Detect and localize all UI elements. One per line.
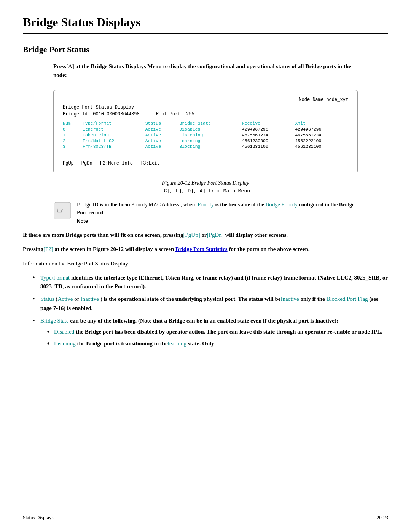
table-row: 3Frm/8023/TBActiveBlocking45612311004561… <box>63 144 348 149</box>
para1-prefix: If there are more Bridge ports than will… <box>23 232 183 238</box>
note-bridge-priority: Bridge Priority <box>266 202 298 208</box>
status-inactive2: Inactive <box>280 296 299 302</box>
type-format-label: Type/Format <box>40 275 70 281</box>
listening-suffix: state. Only <box>186 340 214 347</box>
bridge-id-line: Bridge Id: 0010.000003644398 Root Port: … <box>63 112 348 117</box>
status-active: Active <box>57 296 73 302</box>
table-row: 0EthernetActiveDisabled42949672964294967… <box>63 126 348 132</box>
note-content: Bridge ID is in the form Priority.MAC Ad… <box>77 201 358 224</box>
para1-or: or <box>200 232 207 238</box>
status-desc: is the operational state of the underlyi… <box>104 296 280 302</box>
note-bridge-id: Bridge ID <box>77 202 100 208</box>
para1-suffix: will display other screens. <box>224 232 288 238</box>
bridge-state-text: can be any of the following. (Note that … <box>70 318 338 324</box>
disabled-label: Disabled <box>54 329 74 335</box>
col-bridge-state: Bridge State <box>179 121 242 126</box>
page-title: Bridge Status Displays <box>23 15 388 34</box>
status-close: ) <box>100 296 104 302</box>
col-type: Type/Format <box>83 121 145 126</box>
intro-key: [A] <box>66 63 74 69</box>
note-form: is in the form <box>100 202 130 208</box>
para2-suffix: for the ports on the above screen. <box>228 246 310 252</box>
note-where: , where <box>181 202 196 208</box>
bridge-state-label: Bridge State <box>40 318 69 324</box>
footer-left: Status Displays <box>23 514 54 521</box>
figure-nav: [C],[F],[D],[A] from Main Menu <box>161 188 250 194</box>
info-line: Information on the Bridge Port Status Di… <box>23 259 388 268</box>
section-title: Bridge Port Status <box>23 45 388 54</box>
para2-middle: at the screen in Figure 20-12 will displ… <box>53 246 175 252</box>
note-priority-word: Priority <box>198 202 214 208</box>
status-only: only if the <box>299 296 325 302</box>
disabled-text: the Bridge port has been disabled by ope… <box>76 329 382 335</box>
table-header-row: Num Type/Format Status Bridge State Rece… <box>63 121 348 126</box>
para1-pgdn: [PgDn] <box>207 232 224 238</box>
para-f2: Pressing[F2] at the screen in Figure 20-… <box>23 245 388 254</box>
table-row: 2Frm/Nat LLC2ActiveLearning4561230000456… <box>63 138 348 144</box>
note-text: Bridge ID is in the form Priority.MAC Ad… <box>77 201 358 217</box>
type-format-text: identifies the interface type (Ethernet,… <box>40 275 388 289</box>
terminal-footer: PgUpPgDnF2:More InfoF3:Exit <box>63 161 348 166</box>
blocked-port-flag: Blocked Port Flag <box>325 296 368 302</box>
page-footer: Status Displays 20-23 <box>23 512 388 521</box>
status-label: Status <box>40 296 54 302</box>
bullet-list: Type/Format identifies the interface typ… <box>34 273 388 348</box>
intro-body: at the Bridge Status Displays Menu to di… <box>53 63 351 78</box>
subbullet-listening: Listening the Bridge port is transitioni… <box>48 339 388 348</box>
figure-caption: Figure 20-12 Bridge Port Status Display <box>23 180 388 186</box>
note-icon: ☞ <box>53 201 72 221</box>
para1-pgup: [PgUp] <box>183 232 200 238</box>
terminal-footer-item: PgUp <box>63 161 74 166</box>
terminal-footer-item: F3:Exit <box>140 161 159 166</box>
table-row: 1Token RingActiveListening46755612344675… <box>63 132 348 138</box>
note-box: ☞ Bridge ID is in the form Priority.MAC … <box>53 201 358 224</box>
note-priority-mac: Priority.MAC Address <box>131 202 179 208</box>
para2-pressing: Pressing <box>23 246 43 252</box>
port-status-table: Num Type/Format Status Bridge State Rece… <box>63 121 348 149</box>
bullet-bridge-state: Bridge State can be any of the following… <box>34 316 388 348</box>
status-or: or <box>74 296 79 302</box>
root-port: Root Port: 255 <box>156 112 194 117</box>
bullet-status: Status (Active or Inactive ) is the oper… <box>34 295 388 313</box>
intro-press: Press <box>53 63 66 69</box>
col-xmit: Xmit <box>295 121 348 126</box>
footer-right: 20-23 <box>377 514 388 521</box>
figure-subcaption: [C],[F],[D],[A] from Main Menu <box>23 188 388 194</box>
note-hex: is the hex value of the <box>215 202 264 208</box>
subbullet-disabled: Disabled the Bridge port has been disabl… <box>48 328 388 336</box>
svg-text:☞: ☞ <box>56 204 66 216</box>
terminal-display: Node Name=node_xyz Bridge Port Status Di… <box>53 90 358 173</box>
node-name: Node Name=node_xyz <box>63 97 348 102</box>
col-receive: Receive <box>242 121 295 126</box>
terminal-footer-item: PgDn <box>81 161 92 166</box>
bridge-id: Bridge Id: 0010.000003644398 <box>63 112 140 117</box>
terminal-footer-item: F2:More Info <box>100 161 133 166</box>
intro-paragraph: Press[A] at the Bridge Status Displays M… <box>53 62 358 79</box>
bullet-type-format: Type/Format identifies the interface typ… <box>34 273 388 291</box>
bridge-state-subbullets: Disabled the Bridge port has been disabl… <box>48 328 388 348</box>
para2-link[interactable]: Bridge Port Statistics <box>175 246 228 252</box>
terminal-title: Bridge Port Status Display <box>63 105 348 110</box>
listening-label: Listening <box>54 340 76 347</box>
listening-text: the Bridge port is transitioning to the <box>77 340 167 347</box>
col-num: Num <box>63 121 83 126</box>
para2-key: [F2] <box>43 246 53 252</box>
learning-word: learning <box>168 340 186 347</box>
note-label: Note <box>77 218 358 224</box>
col-status: Status <box>145 121 180 126</box>
para-pgup-pgdn: If there are more Bridge ports than will… <box>23 231 388 240</box>
status-inactive: Inactive <box>80 296 99 302</box>
